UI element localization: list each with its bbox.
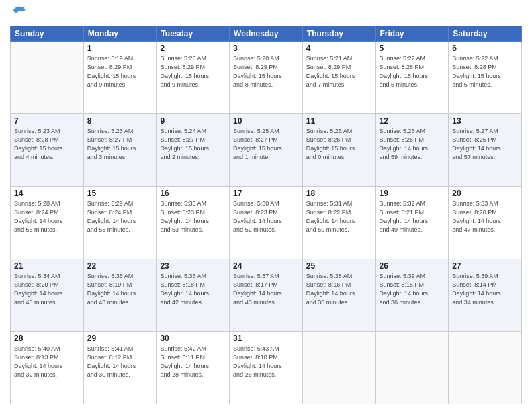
calendar-day-cell: 10Sunrise: 5:25 AM Sunset: 8:27 PM Dayli… <box>230 113 303 186</box>
calendar-day-cell: 29Sunrise: 5:41 AM Sunset: 8:12 PM Dayli… <box>83 331 157 404</box>
calendar-day-cell: 23Sunrise: 5:36 AM Sunset: 8:18 PM Dayli… <box>157 259 230 331</box>
day-info: Sunrise: 5:30 AM Sunset: 8:23 PM Dayligh… <box>233 199 299 234</box>
day-info: Sunrise: 5:32 AM Sunset: 8:21 PM Dayligh… <box>380 199 445 234</box>
calendar-day-cell: 19Sunrise: 5:32 AM Sunset: 8:21 PM Dayli… <box>375 186 449 259</box>
calendar-day-header: Tuesday <box>157 26 230 41</box>
calendar-header-row: SundayMondayTuesdayWednesdayThursdayFrid… <box>11 26 522 41</box>
calendar-day-cell: 5Sunrise: 5:22 AM Sunset: 8:28 PM Daylig… <box>375 41 449 113</box>
calendar-day-cell: 30Sunrise: 5:42 AM Sunset: 8:11 PM Dayli… <box>157 331 230 404</box>
day-info: Sunrise: 5:39 AM Sunset: 8:14 PM Dayligh… <box>452 272 518 307</box>
calendar-day-cell: 17Sunrise: 5:30 AM Sunset: 8:23 PM Dayli… <box>230 186 303 259</box>
day-info: Sunrise: 5:33 AM Sunset: 8:20 PM Dayligh… <box>452 199 518 234</box>
day-number: 4 <box>306 44 372 53</box>
day-info: Sunrise: 5:20 AM Sunset: 8:29 PM Dayligh… <box>160 54 226 89</box>
calendar-day-cell: 27Sunrise: 5:39 AM Sunset: 8:14 PM Dayli… <box>449 259 522 331</box>
calendar-day-cell: 15Sunrise: 5:29 AM Sunset: 8:24 PM Dayli… <box>83 186 157 259</box>
calendar-week-row: 1Sunrise: 5:19 AM Sunset: 8:29 PM Daylig… <box>11 41 522 113</box>
day-number: 12 <box>380 116 445 126</box>
calendar-day-cell: 7Sunrise: 5:23 AM Sunset: 8:28 PM Daylig… <box>11 113 84 186</box>
calendar-day-cell: 13Sunrise: 5:27 AM Sunset: 8:25 PM Dayli… <box>449 113 522 186</box>
day-number: 9 <box>160 116 226 126</box>
day-info: Sunrise: 5:40 AM Sunset: 8:13 PM Dayligh… <box>14 345 80 379</box>
day-number: 11 <box>306 116 372 126</box>
calendar-week-row: 21Sunrise: 5:34 AM Sunset: 8:20 PM Dayli… <box>11 259 522 331</box>
calendar-day-cell <box>375 331 449 404</box>
day-info: Sunrise: 5:20 AM Sunset: 8:29 PM Dayligh… <box>233 54 299 89</box>
logo-bird-icon <box>11 4 26 16</box>
day-info: Sunrise: 5:27 AM Sunset: 8:25 PM Dayligh… <box>452 127 518 162</box>
calendar-week-row: 14Sunrise: 5:28 AM Sunset: 8:24 PM Dayli… <box>11 186 522 259</box>
logo <box>10 7 26 20</box>
day-info: Sunrise: 5:37 AM Sunset: 8:17 PM Dayligh… <box>233 272 299 307</box>
day-number: 1 <box>87 44 153 53</box>
day-number: 16 <box>160 189 226 198</box>
day-info: Sunrise: 5:31 AM Sunset: 8:22 PM Dayligh… <box>306 199 372 234</box>
day-info: Sunrise: 5:25 AM Sunset: 8:27 PM Dayligh… <box>233 127 299 162</box>
day-number: 20 <box>452 189 518 198</box>
day-number: 13 <box>452 116 518 126</box>
day-info: Sunrise: 5:30 AM Sunset: 8:23 PM Dayligh… <box>160 199 226 234</box>
day-number: 7 <box>14 116 80 126</box>
calendar-day-cell: 31Sunrise: 5:43 AM Sunset: 8:10 PM Dayli… <box>230 331 303 404</box>
calendar-day-cell: 16Sunrise: 5:30 AM Sunset: 8:23 PM Dayli… <box>157 186 230 259</box>
calendar-day-cell: 2Sunrise: 5:20 AM Sunset: 8:29 PM Daylig… <box>157 41 230 113</box>
calendar-day-cell <box>449 331 522 404</box>
calendar-day-header: Wednesday <box>230 26 303 41</box>
calendar-day-cell: 18Sunrise: 5:31 AM Sunset: 8:22 PM Dayli… <box>302 186 375 259</box>
calendar-day-cell: 9Sunrise: 5:24 AM Sunset: 8:27 PM Daylig… <box>157 113 230 186</box>
day-number: 18 <box>306 189 372 198</box>
calendar-day-cell: 11Sunrise: 5:26 AM Sunset: 8:26 PM Dayli… <box>302 113 375 186</box>
day-info: Sunrise: 5:38 AM Sunset: 8:16 PM Dayligh… <box>306 272 372 307</box>
day-number: 8 <box>87 116 153 126</box>
calendar-day-header: Sunday <box>11 26 84 41</box>
day-number: 23 <box>160 261 226 271</box>
day-info: Sunrise: 5:41 AM Sunset: 8:12 PM Dayligh… <box>87 345 153 379</box>
page: SundayMondayTuesdayWednesdayThursdayFrid… <box>0 0 532 411</box>
day-info: Sunrise: 5:19 AM Sunset: 8:29 PM Dayligh… <box>87 54 153 89</box>
calendar-day-header: Friday <box>375 26 449 41</box>
day-number: 15 <box>87 189 153 198</box>
calendar-day-cell: 4Sunrise: 5:21 AM Sunset: 8:29 PM Daylig… <box>302 41 375 113</box>
day-number: 25 <box>306 261 372 271</box>
calendar-day-cell: 12Sunrise: 5:26 AM Sunset: 8:26 PM Dayli… <box>375 113 449 186</box>
calendar-day-cell: 22Sunrise: 5:35 AM Sunset: 8:19 PM Dayli… <box>83 259 157 331</box>
calendar-day-cell: 21Sunrise: 5:34 AM Sunset: 8:20 PM Dayli… <box>11 259 84 331</box>
day-number: 22 <box>87 261 153 271</box>
day-number: 14 <box>14 189 80 198</box>
day-info: Sunrise: 5:22 AM Sunset: 8:28 PM Dayligh… <box>452 54 518 89</box>
calendar-week-row: 7Sunrise: 5:23 AM Sunset: 8:28 PM Daylig… <box>11 113 522 186</box>
calendar-day-cell: 14Sunrise: 5:28 AM Sunset: 8:24 PM Dayli… <box>11 186 84 259</box>
day-info: Sunrise: 5:26 AM Sunset: 8:26 PM Dayligh… <box>380 127 445 162</box>
calendar-day-cell: 26Sunrise: 5:39 AM Sunset: 8:15 PM Dayli… <box>375 259 449 331</box>
day-info: Sunrise: 5:39 AM Sunset: 8:15 PM Dayligh… <box>380 272 445 307</box>
day-number: 21 <box>14 261 80 271</box>
day-info: Sunrise: 5:34 AM Sunset: 8:20 PM Dayligh… <box>14 272 80 307</box>
day-number: 28 <box>14 334 80 343</box>
day-number: 2 <box>160 44 226 53</box>
calendar-day-cell <box>11 41 84 113</box>
header <box>10 7 522 20</box>
calendar-day-cell: 25Sunrise: 5:38 AM Sunset: 8:16 PM Dayli… <box>302 259 375 331</box>
day-number: 31 <box>233 334 299 343</box>
day-info: Sunrise: 5:21 AM Sunset: 8:29 PM Dayligh… <box>306 54 372 89</box>
day-info: Sunrise: 5:22 AM Sunset: 8:28 PM Dayligh… <box>380 54 445 89</box>
day-info: Sunrise: 5:29 AM Sunset: 8:24 PM Dayligh… <box>87 199 153 234</box>
calendar-table: SundayMondayTuesdayWednesdayThursdayFrid… <box>10 26 522 404</box>
calendar-week-row: 28Sunrise: 5:40 AM Sunset: 8:13 PM Dayli… <box>11 331 522 404</box>
day-number: 19 <box>380 189 445 198</box>
day-number: 27 <box>452 261 518 271</box>
calendar-day-cell: 8Sunrise: 5:23 AM Sunset: 8:27 PM Daylig… <box>83 113 157 186</box>
day-info: Sunrise: 5:36 AM Sunset: 8:18 PM Dayligh… <box>160 272 226 307</box>
day-number: 3 <box>233 44 299 53</box>
calendar-day-cell: 6Sunrise: 5:22 AM Sunset: 8:28 PM Daylig… <box>449 41 522 113</box>
calendar-day-cell: 3Sunrise: 5:20 AM Sunset: 8:29 PM Daylig… <box>230 41 303 113</box>
day-info: Sunrise: 5:23 AM Sunset: 8:28 PM Dayligh… <box>14 127 80 162</box>
day-info: Sunrise: 5:23 AM Sunset: 8:27 PM Dayligh… <box>87 127 153 162</box>
calendar-day-header: Thursday <box>302 26 375 41</box>
day-info: Sunrise: 5:28 AM Sunset: 8:24 PM Dayligh… <box>14 199 80 234</box>
day-number: 30 <box>160 334 226 343</box>
calendar-day-header: Saturday <box>449 26 522 41</box>
day-number: 17 <box>233 189 299 198</box>
day-number: 10 <box>233 116 299 126</box>
day-number: 5 <box>380 44 445 53</box>
